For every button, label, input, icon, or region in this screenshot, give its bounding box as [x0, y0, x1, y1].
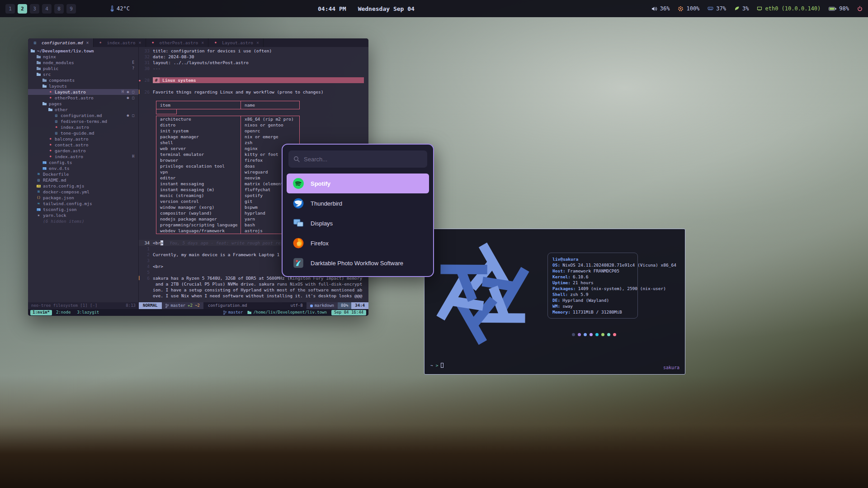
tree-item[interactable]: index.astro H [28, 154, 138, 160]
tree-item[interactable]: layouts [28, 83, 138, 89]
tree-item[interactable]: balcony.astro [28, 136, 138, 142]
table-cell-item: init system [156, 128, 241, 134]
tab-configuration-md[interactable]: configuration.md × [28, 38, 94, 47]
tab-otherpost-astro[interactable]: otherPost.astro × [146, 38, 209, 47]
tmux-window-tab[interactable]: 1:nvim* [30, 310, 52, 315]
git-modified-count: ~2 [195, 303, 200, 309]
tree-item[interactable]: README.md [28, 177, 138, 183]
close-icon[interactable]: × [256, 40, 259, 46]
neotree-statusline: neo-tree filesystem [1] [-] 8:13 [28, 302, 139, 309]
power-button[interactable] [857, 6, 863, 11]
tree-item-label: contact.astro [55, 142, 88, 148]
workspace-button[interactable]: 2 [18, 4, 27, 14]
file-icon [36, 196, 42, 199]
tree-item[interactable]: package.json [28, 195, 138, 201]
tmux-window-tab[interactable]: 3:lazygit [75, 310, 101, 315]
tree-item[interactable]: src [28, 71, 138, 77]
tree-item[interactable]: node_modules E [28, 60, 138, 66]
tree-item[interactable]: tsconfig.json [28, 206, 138, 212]
launcher-item-label: Thunderbird [311, 200, 342, 207]
temperature-module[interactable]: 42°C [110, 5, 130, 12]
file-icon [47, 149, 53, 152]
tree-item[interactable]: config.ts [28, 160, 138, 165]
launcher-item-displays[interactable]: Displays [287, 213, 429, 233]
tree-item[interactable]: tailwind.config.mjs [28, 201, 138, 206]
clock[interactable]: 04:44 PM Wednesday Sep 04 [318, 0, 415, 17]
tab-label: index.astro [107, 40, 136, 46]
close-icon[interactable]: × [86, 40, 89, 46]
shell-prompt[interactable]: ~ > [430, 362, 443, 368]
battery-value: 98% [839, 5, 849, 12]
workspace-button[interactable]: 8 [54, 4, 64, 14]
tree-item[interactable]: nginx [28, 54, 138, 60]
tree-item[interactable]: docker-compose.yml [28, 189, 138, 195]
table-cell-item: package manager [156, 134, 241, 140]
tree-item[interactable]: other [28, 107, 138, 113]
launcher-search-input[interactable]: Search... [288, 150, 427, 168]
tree-item[interactable]: Layout.astro H ● □ [28, 89, 138, 95]
heading-line: 28 # Linux systems [139, 77, 368, 83]
file-icon [42, 102, 47, 105]
tree-item[interactable]: components [28, 77, 138, 83]
tmux-branch-name: master [228, 310, 243, 315]
launcher-item-darktable[interactable]: Darktable Photo Workflow Software [287, 253, 429, 273]
tree-item[interactable]: (6 hidden items) [28, 218, 138, 224]
astro-file-icon [212, 41, 218, 44]
tree-item[interactable]: astro.config.mjs [28, 183, 138, 189]
tree-item[interactable]: ~/Development/liv.town [28, 48, 138, 54]
markdown-file-icon [32, 41, 38, 45]
launcher-item-spotify[interactable]: Spotify [287, 174, 429, 193]
tmux-window-tab[interactable]: 2:node [54, 310, 73, 315]
tree-item[interactable]: public ? [28, 66, 138, 71]
fetch-field-label: Memory [552, 309, 573, 315]
terminal-window[interactable]: liv@sakura OS NixOS 24.11.20240828.71e91… [424, 229, 685, 375]
table-cell-item: instant messaging [156, 181, 241, 187]
tree-item[interactable]: pages [28, 101, 138, 107]
launcher-item-thunderbird[interactable]: Thunderbird [287, 193, 429, 213]
file-icon [42, 79, 47, 82]
tab-layout-astro[interactable]: Layout.astro × [208, 38, 264, 47]
palette-dot [572, 333, 575, 336]
gear-module[interactable]: 100% [678, 5, 699, 12]
tree-item[interactable]: env.d.ts [28, 165, 138, 171]
tree-item[interactable]: configuration.md ● □ [28, 113, 138, 118]
tree-item[interactable]: yarn.lock [28, 212, 138, 218]
memory-module[interactable]: 37% [708, 5, 726, 12]
tree-item[interactable]: index.astro [28, 124, 138, 130]
tree-item[interactable]: Dockerfile [28, 171, 138, 177]
spotify-icon [292, 178, 304, 189]
volume-module[interactable]: 36% [651, 5, 670, 12]
tree-item-badge: H [132, 154, 135, 160]
table-header-item: item [156, 101, 241, 109]
tree-item-label: astro.config.mjs [43, 183, 85, 189]
workspace-button[interactable]: 1 [5, 4, 15, 14]
heading-text: Linux systems [160, 77, 196, 83]
tree-item[interactable]: contact.astro [28, 142, 138, 148]
git-added-count: +2 [188, 303, 193, 309]
tab-index-astro[interactable]: index.astro × [94, 38, 146, 47]
workspace-button[interactable]: 4 [42, 4, 52, 14]
tree-item[interactable]: tone-guide.md [28, 130, 138, 136]
app-launcher: Search... Spotify Thunderbird Displays F… [282, 144, 434, 277]
tab-label: Layout.astro [222, 40, 253, 46]
fetch-field-value: zsh 5.9 [570, 291, 588, 297]
ethernet-icon [757, 6, 762, 11]
tree-item[interactable]: otherPost.astro ● □ [28, 95, 138, 101]
tree-item-label: public [43, 66, 58, 71]
tree-item[interactable]: garden.astro [28, 148, 138, 154]
close-icon[interactable]: × [138, 40, 141, 46]
launcher-item-firefox[interactable]: Firefox [287, 233, 429, 253]
network-module[interactable]: eth0 (10.0.0.140) [757, 5, 821, 12]
markdown-heading: # Linux systems [153, 77, 364, 83]
fetch-field-label: Packages [552, 286, 578, 291]
cpu-module[interactable]: 3% [734, 5, 749, 12]
workspace-button[interactable]: 3 [30, 4, 39, 14]
table-cell-item: distro [156, 122, 241, 128]
terminal-title: sakura [663, 365, 679, 371]
battery-module[interactable]: 98% [829, 5, 849, 12]
tree-item[interactable]: fediverse-terms.md [28, 118, 138, 124]
close-icon[interactable]: × [201, 40, 204, 46]
table-row: privilege escalation tool doas [156, 163, 299, 169]
cpu-value: 3% [742, 5, 749, 12]
workspace-button[interactable]: 9 [66, 4, 76, 14]
